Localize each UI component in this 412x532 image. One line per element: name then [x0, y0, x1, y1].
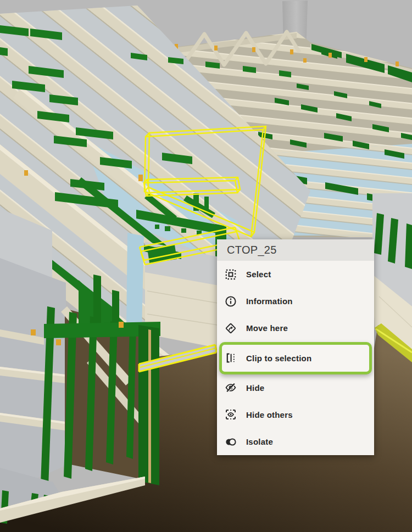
selected-object-title: CTOP_25: [227, 244, 277, 256]
menu-item-select[interactable]: Select: [217, 261, 374, 288]
menu-item-label: Move here: [246, 323, 288, 333]
bim-viewer-screen: { "scene": { "type": "3d-bim-viewer", "s…: [0, 0, 412, 532]
menu-item-label: Hide others: [246, 410, 293, 419]
menu-item-label: Hide: [246, 383, 264, 393]
context-menu: CTOP_25 Select Information Move here Cli…: [217, 239, 374, 455]
hide-icon: [225, 382, 237, 394]
menu-item-label: Information: [246, 296, 293, 306]
menu-item-label: Select: [246, 270, 271, 279]
menu-item-clip-to-selection[interactable]: Clip to selection: [219, 342, 372, 374]
menu-item-label: Isolate: [246, 437, 273, 446]
information-icon: [225, 295, 237, 307]
hide-others-icon: [225, 408, 237, 421]
context-menu-header: CTOP_25: [217, 239, 374, 261]
menu-item-information[interactable]: Information: [217, 288, 374, 315]
menu-item-hide[interactable]: Hide: [217, 374, 374, 401]
isolate-icon: [225, 436, 237, 448]
clip-to-selection-icon: [225, 352, 237, 364]
move-here-icon: [225, 322, 237, 334]
select-icon: [225, 268, 237, 281]
menu-item-label: Clip to selection: [246, 354, 311, 363]
menu-item-hide-others[interactable]: Hide others: [217, 401, 374, 428]
menu-item-move-here[interactable]: Move here: [217, 315, 374, 341]
menu-item-isolate[interactable]: Isolate: [217, 428, 374, 455]
